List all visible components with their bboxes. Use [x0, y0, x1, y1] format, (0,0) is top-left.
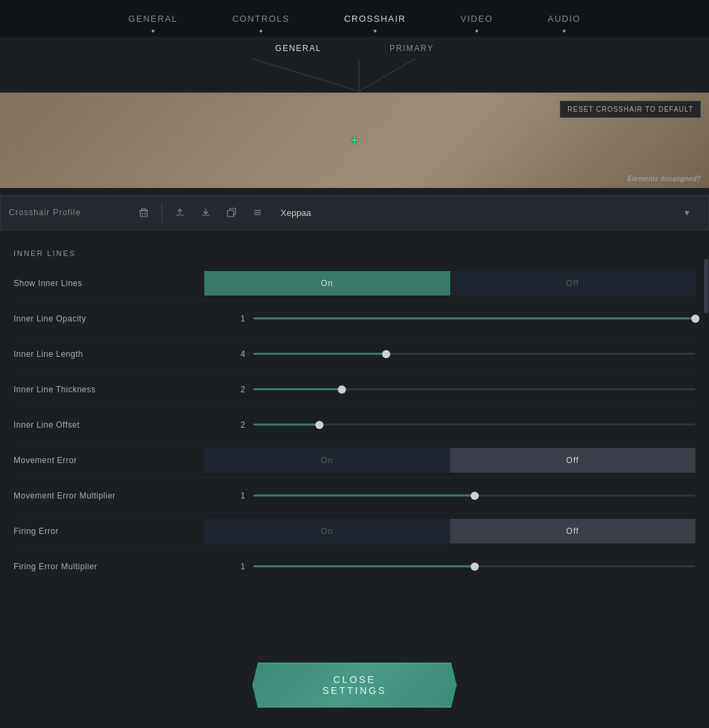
top-nav: GENERAL CONTROLS CROSSHAIR VIDEO AUDIO	[0, 0, 709, 37]
upload-profile-button[interactable]	[168, 200, 192, 225]
movement-error-multiplier-row: Movement Error Multiplier 1	[14, 478, 695, 513]
inner-line-length-label: Inner Line Length	[14, 349, 204, 359]
inner-line-thickness-value: 2	[204, 385, 245, 394]
movement-error-off[interactable]: Off	[450, 448, 696, 473]
delete-profile-button[interactable]	[131, 200, 156, 225]
movement-error-multiplier-value: 1	[204, 491, 245, 501]
crosshair-preview: + RESET CROSSHAIR TO DEFAULT Elements mi…	[0, 93, 709, 188]
inner-line-opacity-slider-area: 1	[204, 314, 695, 323]
firing-error-multiplier-track[interactable]	[253, 565, 695, 567]
firing-error-multiplier-thumb[interactable]	[471, 563, 479, 571]
profile-icon-divider	[161, 202, 162, 223]
close-settings-button[interactable]: CLOSE SETTINGS	[253, 663, 457, 708]
firing-error-multiplier-value: 1	[204, 562, 245, 571]
inner-line-offset-row: Inner Line Offset 2	[14, 407, 695, 443]
nav-audio[interactable]: AUDIO	[541, 0, 588, 37]
svg-line-2	[359, 59, 415, 91]
inner-line-thickness-track[interactable]	[253, 388, 695, 390]
scrollbar[interactable]	[704, 252, 709, 647]
show-inner-lines-toggle: On Off	[204, 271, 695, 296]
inner-line-thickness-thumb[interactable]	[338, 385, 346, 394]
movement-error-toggle: On Off	[204, 448, 695, 473]
inner-line-thickness-label: Inner Line Thickness	[14, 385, 204, 394]
chevron-down-icon: ▾	[684, 207, 689, 218]
reset-crosshair-button[interactable]: RESET CROSSHAIR TO DEFAULT	[560, 101, 701, 118]
show-inner-lines-label: Show Inner Lines	[14, 279, 204, 288]
movement-error-multiplier-thumb[interactable]	[471, 492, 479, 500]
profile-bar: Crosshair Profile	[0, 195, 709, 230]
profile-icons	[131, 200, 270, 225]
firing-error-multiplier-slider-area: 1	[204, 562, 695, 571]
inner-line-length-fill	[253, 353, 386, 355]
download-profile-button[interactable]	[193, 200, 218, 225]
connecting-lines	[0, 59, 709, 93]
settings-content: INNER LINES Show Inner Lines On Off Inne…	[0, 237, 709, 591]
movement-error-multiplier-track[interactable]	[253, 494, 695, 496]
show-inner-lines-off[interactable]: Off	[450, 271, 696, 296]
nav-crosshair[interactable]: CROSSHAIR	[337, 0, 413, 37]
show-inner-lines-on[interactable]: On	[204, 271, 450, 296]
inner-line-thickness-slider-area: 2	[204, 385, 695, 394]
inner-line-opacity-value: 1	[204, 314, 245, 323]
inner-line-offset-slider-area: 2	[204, 420, 695, 430]
movement-error-on[interactable]: On	[204, 448, 450, 473]
sub-nav: GENERAL PRIMARY	[0, 37, 709, 59]
nav-dot-general	[151, 29, 155, 33]
firing-error-multiplier-fill	[253, 565, 475, 567]
inner-line-opacity-fill	[253, 317, 695, 319]
inner-line-thickness-row: Inner Line Thickness 2	[14, 372, 695, 407]
close-settings-container: CLOSE SETTINGS	[0, 649, 709, 728]
movement-error-multiplier-slider-area: 1	[204, 491, 695, 501]
nav-dot-audio	[563, 29, 566, 33]
svg-rect-7	[142, 208, 146, 210]
list-profiles-button[interactable]	[245, 200, 270, 225]
scrollbar-thumb[interactable]	[704, 259, 708, 313]
inner-line-length-row: Inner Line Length 4	[14, 336, 695, 372]
inner-line-offset-label: Inner Line Offset	[14, 420, 204, 430]
profile-select[interactable]: Xeppaa ▾	[270, 207, 700, 218]
svg-rect-3	[140, 210, 147, 217]
inner-line-length-value: 4	[204, 349, 245, 359]
inner-line-opacity-label: Inner Line Opacity	[14, 314, 204, 323]
nav-general[interactable]: GENERAL	[121, 0, 185, 37]
movement-error-row: Movement Error On Off	[14, 443, 695, 478]
firing-error-off[interactable]: Off	[450, 519, 696, 543]
svg-line-0	[252, 59, 359, 91]
inner-line-opacity-row: Inner Line Opacity 1	[14, 301, 695, 336]
inner-line-length-thumb[interactable]	[382, 350, 390, 358]
nav-video[interactable]: VIDEO	[454, 0, 500, 37]
inner-line-opacity-track[interactable]	[253, 317, 695, 319]
crosshair-symbol: +	[351, 133, 359, 148]
firing-error-toggle: On Off	[204, 519, 695, 543]
firing-error-row: Firing Error On Off	[14, 513, 695, 549]
firing-error-multiplier-row: Firing Error Multiplier 1	[14, 549, 695, 584]
inner-line-length-slider-area: 4	[204, 349, 695, 359]
inner-line-length-track[interactable]	[253, 353, 695, 355]
misaligned-label: Elements misaligned?	[627, 175, 701, 183]
profile-label: Crosshair Profile	[9, 208, 131, 217]
inner-line-offset-fill	[253, 424, 319, 426]
movement-error-multiplier-fill	[253, 494, 475, 496]
nav-dot-controls	[259, 29, 263, 33]
nav-controls[interactable]: CONTROLS	[225, 0, 296, 37]
firing-error-on[interactable]: On	[204, 519, 450, 543]
movement-error-multiplier-label: Movement Error Multiplier	[14, 491, 204, 501]
copy-profile-button[interactable]	[219, 200, 244, 225]
inner-line-offset-thumb[interactable]	[315, 421, 324, 429]
nav-dot-crosshair	[373, 29, 377, 33]
show-inner-lines-row: Show Inner Lines On Off	[14, 266, 695, 301]
inner-lines-section-title: INNER LINES	[14, 249, 695, 257]
firing-error-label: Firing Error	[14, 526, 204, 536]
firing-error-multiplier-label: Firing Error Multiplier	[14, 562, 204, 571]
subnav-primary[interactable]: PRIMARY	[390, 44, 434, 59]
subnav-general[interactable]: GENERAL	[275, 44, 321, 59]
inner-line-offset-value: 2	[204, 420, 245, 430]
inner-line-opacity-thumb[interactable]	[691, 315, 699, 323]
inner-line-thickness-fill	[253, 388, 342, 390]
svg-rect-9	[227, 210, 234, 217]
movement-error-label: Movement Error	[14, 456, 204, 465]
nav-dot-video	[475, 29, 479, 33]
inner-line-offset-track[interactable]	[253, 424, 695, 426]
